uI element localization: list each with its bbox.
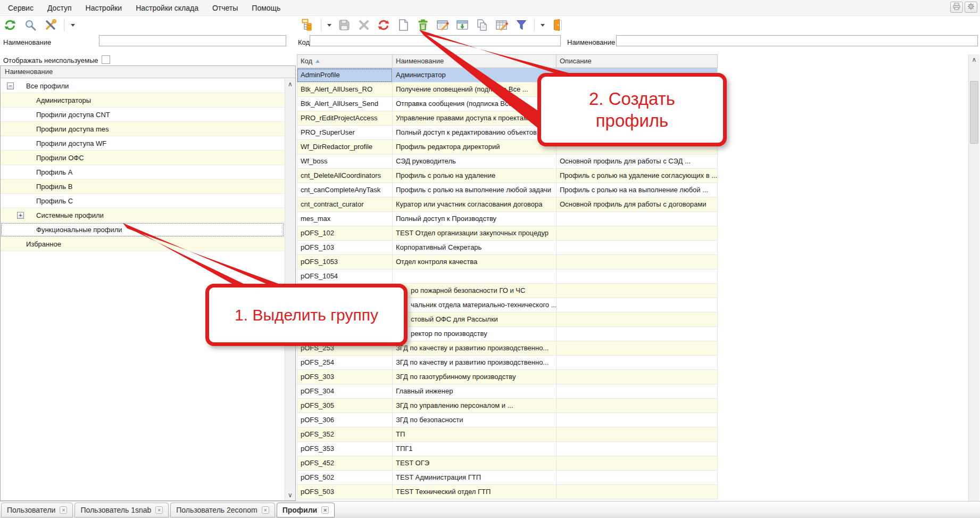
tools-icon[interactable] (44, 18, 57, 32)
column-header-Наименование[interactable]: Наименование (393, 54, 557, 68)
table-row[interactable]: pOFS_352ТП (297, 427, 718, 442)
column-header-Описание[interactable]: Описание (557, 54, 718, 68)
column-header-Код[interactable]: Код (297, 54, 393, 68)
table-row[interactable]: cnt_DeleteAllCoordinatorsПрофиль с ролью… (297, 169, 718, 183)
cell-desc (557, 341, 718, 356)
cell-code: PRO_rSuperUser (297, 126, 393, 140)
table-row[interactable]: pOFS_306ЗГД по безопасности (297, 413, 718, 427)
cell-name: Профиль с ролью на удаление (393, 169, 557, 183)
tab-Пользователь 1snab[interactable]: Пользователь 1snab× (74, 503, 169, 517)
table-row[interactable]: pOFS_1054 (297, 269, 718, 284)
scroll-up-icon[interactable]: ∧ (285, 80, 295, 88)
dropdown-caret-icon[interactable] (71, 24, 75, 29)
table-row[interactable]: pOFS_503TEST Технический отдел ГТП (297, 485, 718, 499)
sort-asc-icon (315, 60, 320, 63)
name-filter-label: Наименование (567, 38, 615, 46)
expander-spacer (17, 111, 24, 118)
collapse-icon[interactable]: − (7, 83, 14, 89)
table-row[interactable]: pOFS_452TEST ОГЭ (297, 456, 718, 471)
toolbar-separator (64, 19, 64, 31)
cell-name: Профиль с ролью на выполнение любой зада… (393, 183, 557, 198)
cell-desc: Основной профиль для работы с договорами (557, 198, 718, 212)
dropdown-caret-icon[interactable] (327, 24, 331, 29)
show-unused-checkbox[interactable] (102, 55, 110, 64)
tab-Профили[interactable]: Профили× (277, 503, 335, 517)
cell-name: Отправка сообщения (подписка Все ... (393, 97, 557, 111)
tab-label: Профили (283, 506, 318, 514)
cell-name: Получение оповещений (подписка Все ... (393, 83, 557, 97)
copy-icon[interactable] (475, 18, 489, 32)
tree-item[interactable]: −Все профили (1, 79, 284, 93)
expand-icon[interactable]: + (17, 212, 24, 219)
search-icon[interactable] (23, 18, 37, 32)
cell-name: Профиль редактора директорий (393, 140, 557, 154)
menu-item-Доступ[interactable]: Доступ (40, 1, 79, 15)
tree-item-label: Профили доступа mes (36, 125, 109, 133)
table-row[interactable]: pOFS_102TEST Отдел организации закупочны… (297, 226, 718, 241)
table-row[interactable]: Wf_bossСЭД руководительОсновной профиль … (297, 154, 718, 169)
tree-item[interactable]: Избранное (1, 237, 284, 251)
tree-item[interactable]: Профиль B (1, 179, 284, 194)
table-row[interactable]: mes_maxПолный доступ к Производству (297, 212, 718, 226)
menu-item-Настройки склада[interactable]: Настройки склада (129, 1, 205, 15)
menu-item-Настройки[interactable]: Настройки (79, 1, 129, 15)
tree-item[interactable]: Профили доступа CNT (1, 108, 284, 122)
tree-item[interactable]: Профиль C (1, 194, 284, 208)
table-edit-icon[interactable] (495, 18, 509, 32)
tab-Пользователь 2econom[interactable]: Пользователь 2econom× (170, 503, 275, 517)
tree-item[interactable]: Профили доступа WF (1, 136, 284, 151)
tree-item[interactable]: Профили доступа mes (1, 122, 284, 136)
cell-desc (557, 413, 718, 427)
table-row[interactable]: cnt_canCompleteAnyTaskПрофиль с ролью на… (297, 183, 718, 198)
tab-Пользователи[interactable]: Пользователи× (1, 503, 73, 517)
table-row[interactable]: pOFS_305ЗГД по управлению персоналом и .… (297, 399, 718, 413)
cell-code: pOFS_503 (297, 485, 393, 499)
scroll-up-icon[interactable]: ∧ (969, 56, 979, 63)
table-row[interactable]: pOFS_1053Отдел контроля качества (297, 255, 718, 269)
tree-item[interactable]: Функциональные профили (1, 223, 284, 237)
menu-item-Помощь[interactable]: Помощь (245, 1, 287, 15)
scrollbar-thumb[interactable] (970, 81, 978, 144)
close-icon[interactable]: × (60, 506, 67, 514)
print-button[interactable] (950, 2, 963, 13)
close-icon[interactable]: × (262, 506, 269, 514)
dropdown-caret-icon[interactable] (541, 24, 545, 29)
tree-item[interactable]: +Системные профили (1, 208, 284, 223)
tab-bar: Пользователи×Пользователь 1snab×Пользова… (0, 501, 980, 518)
menu-item-Отчеты[interactable]: Отчеты (205, 1, 245, 15)
save-icon (337, 18, 351, 32)
new-document-icon[interactable] (396, 18, 410, 32)
settings-button[interactable] (965, 2, 977, 13)
refresh-icon[interactable] (377, 18, 391, 32)
cell-code: pOFS_1054 (297, 269, 393, 284)
close-icon[interactable]: × (321, 506, 329, 514)
table-row[interactable]: pOFS_353ТПГ1 (297, 442, 718, 456)
tree-item[interactable]: Профиль A (1, 165, 284, 179)
tree-item-label: Функциональные профили (36, 226, 122, 234)
table-row[interactable]: pOFS_103Корпоративный Секретарь (297, 241, 718, 255)
tree-name-filter-input[interactable] (99, 35, 286, 46)
insert-row-icon[interactable] (455, 18, 469, 32)
table-row[interactable]: pOFS_502TEST Администрация ГТП (297, 471, 718, 485)
menu-item-Сервис[interactable]: Сервис (1, 1, 40, 15)
table-row[interactable]: pOFS_304Главный инженер (297, 384, 718, 399)
table-row[interactable]: pOFS_254ЗГД по качеству и развитию произ… (297, 356, 718, 370)
cell-name (393, 269, 557, 284)
exit-icon[interactable] (551, 18, 564, 32)
scroll-down-icon[interactable]: ∨ (285, 491, 295, 499)
tree-item[interactable]: Администраторы (1, 93, 284, 108)
edit-icon[interactable] (436, 18, 450, 32)
tree-view-icon[interactable] (301, 18, 315, 32)
table-row[interactable]: cnt_contract_curatorКуратор или участник… (297, 198, 718, 212)
name-filter-input[interactable] (616, 35, 978, 46)
code-filter-input[interactable] (310, 35, 561, 46)
table-row[interactable]: pOFS_303ЗГД по газотурбинному производст… (297, 370, 718, 384)
delete-icon[interactable] (416, 18, 430, 32)
filter-icon[interactable] (514, 18, 528, 32)
expander-spacer (17, 198, 24, 204)
tree-item[interactable]: Профили ОФС (1, 151, 284, 165)
close-icon[interactable]: × (155, 506, 163, 514)
grid-scrollbar[interactable]: ∧ ∨ (968, 54, 979, 511)
cell-desc (557, 356, 718, 370)
refresh-icon[interactable] (3, 18, 17, 32)
